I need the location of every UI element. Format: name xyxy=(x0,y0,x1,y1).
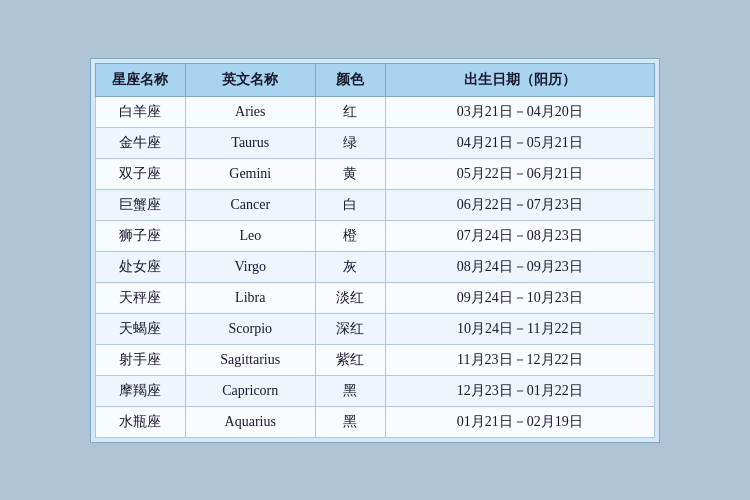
cell-english: Scorpio xyxy=(185,313,315,344)
table-row: 摩羯座Capricorn黑12月23日－01月22日 xyxy=(96,375,655,406)
cell-chinese: 水瓶座 xyxy=(96,406,186,437)
cell-color: 黑 xyxy=(315,375,385,406)
cell-chinese: 巨蟹座 xyxy=(96,189,186,220)
table-header-row: 星座名称 英文名称 颜色 出生日期（阳历） xyxy=(96,63,655,96)
cell-color: 灰 xyxy=(315,251,385,282)
cell-english: Gemini xyxy=(185,158,315,189)
cell-english: Capricorn xyxy=(185,375,315,406)
cell-chinese: 射手座 xyxy=(96,344,186,375)
table-row: 天蝎座Scorpio深红10月24日－11月22日 xyxy=(96,313,655,344)
cell-color: 深红 xyxy=(315,313,385,344)
zodiac-table: 星座名称 英文名称 颜色 出生日期（阳历） 白羊座Aries红03月21日－04… xyxy=(95,63,655,438)
table-row: 处女座Virgo灰08月24日－09月23日 xyxy=(96,251,655,282)
cell-color: 紫红 xyxy=(315,344,385,375)
cell-english: Libra xyxy=(185,282,315,313)
cell-chinese: 摩羯座 xyxy=(96,375,186,406)
cell-english: Taurus xyxy=(185,127,315,158)
cell-chinese: 处女座 xyxy=(96,251,186,282)
cell-english: Cancer xyxy=(185,189,315,220)
cell-date: 06月22日－07月23日 xyxy=(385,189,654,220)
cell-english: Leo xyxy=(185,220,315,251)
table-row: 天秤座Libra淡红09月24日－10月23日 xyxy=(96,282,655,313)
cell-chinese: 金牛座 xyxy=(96,127,186,158)
cell-chinese: 天秤座 xyxy=(96,282,186,313)
table-row: 射手座Sagittarius紫红11月23日－12月22日 xyxy=(96,344,655,375)
cell-color: 淡红 xyxy=(315,282,385,313)
header-chinese: 星座名称 xyxy=(96,63,186,96)
table-row: 水瓶座Aquarius黑01月21日－02月19日 xyxy=(96,406,655,437)
cell-date: 11月23日－12月22日 xyxy=(385,344,654,375)
cell-date: 04月21日－05月21日 xyxy=(385,127,654,158)
cell-date: 03月21日－04月20日 xyxy=(385,96,654,127)
table-row: 狮子座Leo橙07月24日－08月23日 xyxy=(96,220,655,251)
cell-color: 黄 xyxy=(315,158,385,189)
cell-color: 橙 xyxy=(315,220,385,251)
cell-english: Virgo xyxy=(185,251,315,282)
cell-date: 08月24日－09月23日 xyxy=(385,251,654,282)
table-row: 双子座Gemini黄05月22日－06月21日 xyxy=(96,158,655,189)
cell-english: Aries xyxy=(185,96,315,127)
table-row: 巨蟹座Cancer白06月22日－07月23日 xyxy=(96,189,655,220)
cell-chinese: 狮子座 xyxy=(96,220,186,251)
header-date: 出生日期（阳历） xyxy=(385,63,654,96)
cell-english: Aquarius xyxy=(185,406,315,437)
cell-date: 09月24日－10月23日 xyxy=(385,282,654,313)
cell-color: 绿 xyxy=(315,127,385,158)
cell-date: 10月24日－11月22日 xyxy=(385,313,654,344)
cell-date: 05月22日－06月21日 xyxy=(385,158,654,189)
cell-date: 07月24日－08月23日 xyxy=(385,220,654,251)
cell-date: 01月21日－02月19日 xyxy=(385,406,654,437)
cell-chinese: 双子座 xyxy=(96,158,186,189)
cell-chinese: 白羊座 xyxy=(96,96,186,127)
table-row: 白羊座Aries红03月21日－04月20日 xyxy=(96,96,655,127)
zodiac-table-wrapper: 星座名称 英文名称 颜色 出生日期（阳历） 白羊座Aries红03月21日－04… xyxy=(90,58,660,443)
header-english: 英文名称 xyxy=(185,63,315,96)
table-row: 金牛座Taurus绿04月21日－05月21日 xyxy=(96,127,655,158)
cell-color: 红 xyxy=(315,96,385,127)
cell-chinese: 天蝎座 xyxy=(96,313,186,344)
cell-color: 白 xyxy=(315,189,385,220)
header-color: 颜色 xyxy=(315,63,385,96)
cell-english: Sagittarius xyxy=(185,344,315,375)
cell-color: 黑 xyxy=(315,406,385,437)
cell-date: 12月23日－01月22日 xyxy=(385,375,654,406)
